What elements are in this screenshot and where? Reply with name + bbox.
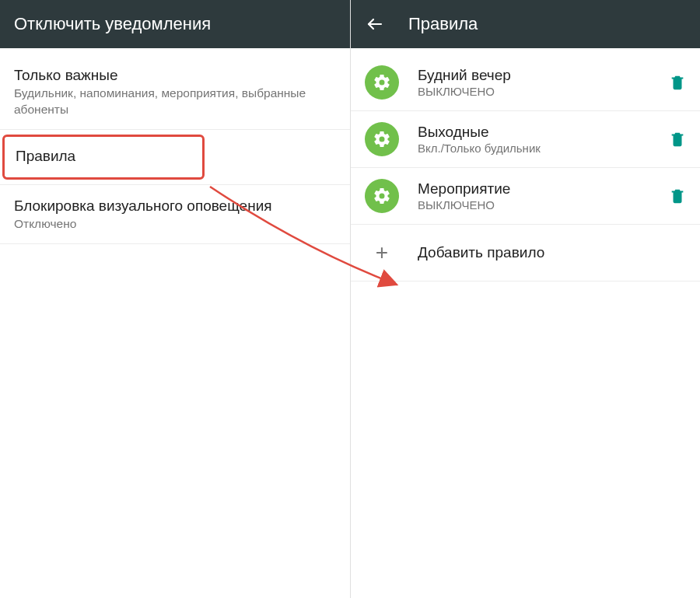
screen-rules: Правила Будний вечер ВЫКЛЮЧЕНО Выходные … [350,0,700,598]
rule-texts: Будний вечер ВЫКЛЮЧЕНО [418,67,661,98]
add-rule-row[interactable]: + Добавить правило [351,225,700,282]
header-left: Отключить уведомления [0,0,350,48]
back-arrow-icon [366,15,384,33]
add-rule-label: Добавить правило [418,244,544,261]
setting-rules[interactable]: Правила [0,135,350,185]
rule-item[interactable]: Мероприятие ВЫКЛЮЧЕНО [351,168,700,225]
screen-notifications: Отключить уведомления Только важные Буди… [0,0,350,598]
gear-icon [365,122,399,156]
setting-title: Только важные [14,67,336,84]
rules-list: Будний вечер ВЫКЛЮЧЕНО Выходные Вкл./Тол… [351,48,700,282]
trash-icon [669,74,686,91]
rule-title: Мероприятие [418,180,661,198]
setting-title: Правила [16,148,191,165]
rule-item[interactable]: Выходные Вкл./Только будильник [351,111,700,168]
header-right: Правила [351,0,700,48]
rule-title: Будний вечер [418,67,661,84]
rule-subtitle: ВЫКЛЮЧЕНО [418,198,661,212]
highlight-annotation: Правила [2,135,205,180]
delete-button[interactable] [669,131,686,148]
back-button[interactable] [365,14,385,34]
setting-subtitle: Отключено [14,216,336,233]
rule-title: Выходные [418,124,661,141]
rule-subtitle: Вкл./Только будильник [418,142,661,155]
header-title: Отключить уведомления [14,14,211,34]
plus-icon: + [365,242,399,264]
delete-button[interactable] [669,187,686,205]
rule-item[interactable]: Будний вечер ВЫКЛЮЧЕНО [351,54,700,111]
trash-icon [669,187,686,205]
setting-subtitle: Будильник, напоминания, мероприятия, выб… [14,86,336,118]
trash-icon [669,131,686,148]
gear-icon [365,179,399,213]
gear-icon [365,65,399,100]
settings-list: Только важные Будильник, напоминания, ме… [0,48,350,244]
setting-title: Блокировка визуального оповещения [14,198,336,215]
header-title: Правила [408,14,478,34]
delete-button[interactable] [669,74,686,91]
setting-priority-only[interactable]: Только важные Будильник, напоминания, ме… [0,54,350,130]
rule-texts: Выходные Вкл./Только будильник [418,124,661,155]
setting-visual-block[interactable]: Блокировка визуального оповещения Отключ… [0,185,350,244]
rule-texts: Мероприятие ВЫКЛЮЧЕНО [418,180,661,212]
rule-subtitle: ВЫКЛЮЧЕНО [418,85,661,98]
